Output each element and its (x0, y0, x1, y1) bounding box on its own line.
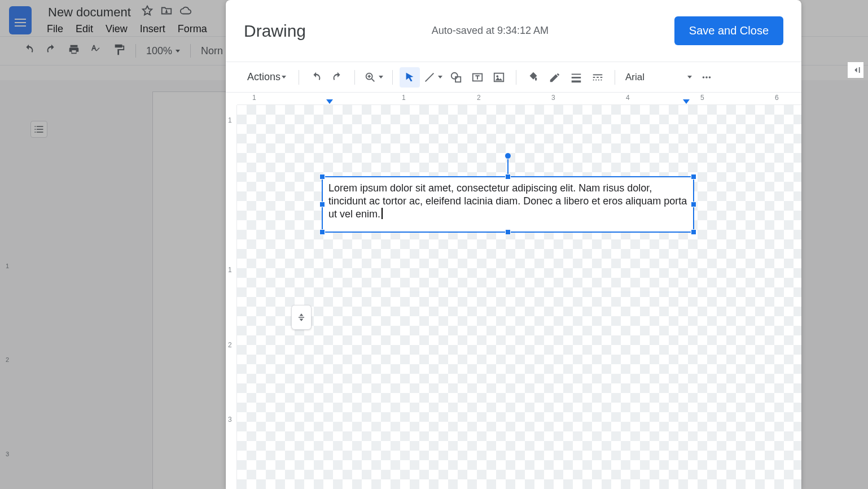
menu-edit[interactable]: Edit (76, 23, 93, 35)
ruler-right-marker[interactable] (683, 99, 690, 104)
horizontal-ruler: 1 1 2 3 4 5 6 (237, 93, 801, 105)
svg-point-18 (703, 76, 705, 78)
drawing-toolbar: Actions Arial (226, 62, 801, 93)
autofit-toggle[interactable] (291, 305, 312, 330)
text-cursor (382, 208, 383, 219)
outline-toggle-icon[interactable] (30, 121, 47, 138)
drawing-canvas[interactable]: Lorem ipsum dolor sit amet, consectetur … (237, 105, 801, 489)
save-and-close-button[interactable]: Save and Close (674, 16, 783, 45)
selected-textbox[interactable]: Lorem ipsum dolor sit amet, consectetur … (322, 176, 694, 233)
ruler-indent-marker[interactable] (326, 99, 333, 104)
undo-icon[interactable] (23, 43, 35, 59)
docs-logo-icon (9, 6, 32, 34)
border-dash-button[interactable] (588, 67, 608, 88)
fill-color-button[interactable] (523, 67, 543, 88)
font-select[interactable]: Arial (622, 72, 695, 83)
print-icon[interactable] (68, 43, 80, 59)
svg-rect-15 (595, 79, 597, 80)
svg-point-19 (705, 76, 708, 78)
resize-handle-e[interactable] (691, 202, 696, 207)
resize-handle-ne[interactable] (691, 174, 696, 180)
redo-button[interactable] (327, 67, 348, 88)
svg-point-20 (709, 76, 711, 78)
undo-button[interactable] (306, 67, 326, 88)
vertical-ruler: 1 1 2 3 (226, 105, 237, 489)
spellcheck-icon[interactable] (90, 43, 103, 59)
drawing-dialog: Drawing Auto-saved at 9:34:12 AM Save an… (226, 0, 801, 489)
resize-handle-n[interactable] (505, 174, 511, 180)
cloud-status-icon[interactable] (179, 5, 192, 20)
svg-point-6 (496, 75, 498, 77)
svg-rect-9 (572, 80, 581, 82)
menu-insert[interactable]: Insert (140, 23, 165, 35)
more-options-button[interactable] (696, 67, 717, 88)
resize-handle-se[interactable] (691, 229, 696, 235)
resize-handle-nw[interactable] (319, 174, 325, 180)
move-to-folder-icon[interactable] (160, 5, 173, 20)
redo-icon[interactable] (45, 43, 58, 59)
resize-handle-w[interactable] (319, 202, 325, 207)
actions-menu[interactable]: Actions (242, 67, 292, 88)
svg-rect-16 (598, 79, 599, 80)
zoom-button[interactable] (362, 67, 385, 88)
textbox-tool[interactable] (467, 67, 488, 88)
svg-rect-12 (597, 77, 599, 78)
svg-rect-7 (572, 73, 581, 75)
document-title[interactable]: New document (46, 4, 133, 21)
svg-point-2 (451, 72, 458, 78)
rotation-line (507, 157, 508, 174)
paint-format-icon[interactable] (113, 43, 125, 59)
svg-rect-11 (593, 77, 595, 78)
shape-tool[interactable] (446, 67, 466, 88)
zoom-select[interactable]: 100% (146, 45, 180, 57)
svg-rect-0 (859, 67, 860, 73)
svg-rect-8 (572, 77, 581, 78)
select-tool[interactable] (400, 67, 420, 88)
menu-view[interactable]: View (106, 23, 128, 35)
border-color-button[interactable] (545, 67, 565, 88)
svg-rect-10 (593, 74, 603, 75)
menu-format[interactable]: Forma (178, 23, 207, 35)
svg-rect-13 (600, 77, 603, 78)
border-weight-button[interactable] (566, 67, 586, 88)
rotation-handle[interactable] (505, 152, 511, 159)
star-icon[interactable] (141, 5, 154, 20)
menu-file[interactable]: File (47, 23, 63, 35)
style-select[interactable]: Norn (201, 45, 223, 57)
dialog-title: Drawing (244, 21, 306, 41)
resize-handle-s[interactable] (505, 229, 511, 235)
resize-handle-sw[interactable] (319, 229, 325, 235)
svg-rect-17 (601, 79, 602, 80)
hide-sidepanel-icon[interactable] (848, 62, 863, 78)
line-tool[interactable] (421, 67, 445, 88)
svg-rect-3 (455, 77, 461, 82)
svg-rect-14 (593, 79, 594, 80)
image-tool[interactable] (489, 67, 509, 88)
autosave-status: Auto-saved at 9:34:12 AM (306, 25, 674, 37)
textbox-content[interactable]: Lorem ipsum dolor sit amet, consectetur … (323, 177, 693, 225)
